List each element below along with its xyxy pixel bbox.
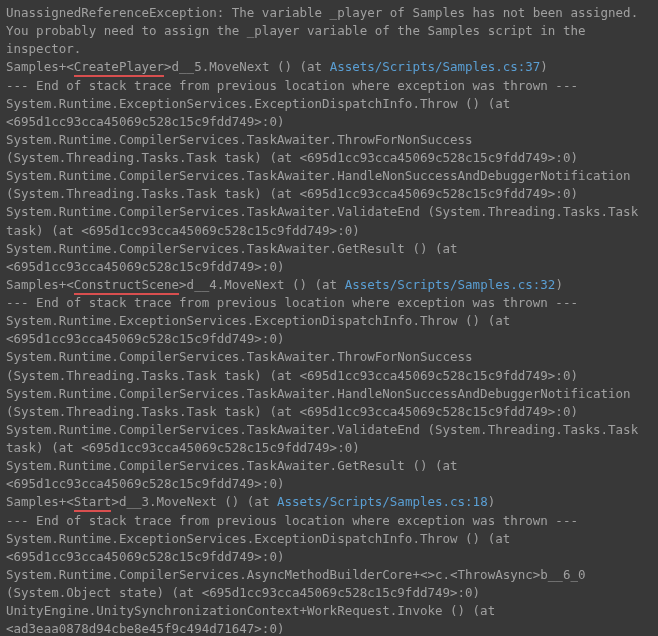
source-link-samples-37[interactable]: Assets/Scripts/Samples.cs:37 [330,59,541,74]
stack-frame: System.Runtime.ExceptionServices.Excepti… [6,312,652,348]
exception-message-line2: You probably need to assign the _player … [6,22,652,58]
frame-mid: >d__3.MoveNext () (at [111,494,277,509]
method-name-createplayer: CreatePlayer [74,59,164,77]
stack-frame: System.Runtime.CompilerServices.TaskAwai… [6,240,652,276]
stack-frame: System.Runtime.CompilerServices.TaskAwai… [6,348,652,384]
stack-frame: System.Runtime.ExceptionServices.Excepti… [6,530,652,566]
stack-frame: UnityEngine.UnitySynchronizationContext+… [6,602,652,636]
frame-prefix: Samples+< [6,277,74,292]
frame-suffix: ) [540,59,548,74]
stack-frame: System.Runtime.CompilerServices.TaskAwai… [6,131,652,167]
frame-prefix: Samples+< [6,494,74,509]
source-link-samples-32[interactable]: Assets/Scripts/Samples.cs:32 [345,277,556,292]
frame-mid: >d__4.MoveNext () (at [179,277,345,292]
method-name-constructscene: ConstructScene [74,277,179,295]
stack-frame: System.Runtime.CompilerServices.TaskAwai… [6,385,652,421]
stack-frame: System.Runtime.CompilerServices.TaskAwai… [6,457,652,493]
frame-mid: >d__5.MoveNext () (at [164,59,330,74]
stack-trace-separator: --- End of stack trace from previous loc… [6,512,652,530]
method-name-start: Start [74,494,112,512]
frame-suffix: ) [488,494,496,509]
stack-frame: System.Runtime.CompilerServices.TaskAwai… [6,167,652,203]
source-link-samples-18[interactable]: Assets/Scripts/Samples.cs:18 [277,494,488,509]
stack-trace-separator: --- End of stack trace from previous loc… [6,77,652,95]
stack-frame: System.Runtime.CompilerServices.AsyncMet… [6,566,652,602]
stack-trace-container: UnassignedReferenceException: The variab… [6,4,652,636]
stack-frame: System.Runtime.CompilerServices.TaskAwai… [6,421,652,457]
frame-suffix: ) [555,277,563,292]
stack-trace-separator: --- End of stack trace from previous loc… [6,294,652,312]
stack-frame-constructscene: Samples+<ConstructScene>d__4.MoveNext ()… [6,276,652,294]
stack-frame-start: Samples+<Start>d__3.MoveNext () (at Asse… [6,493,652,511]
stack-frame-createplayer: Samples+<CreatePlayer>d__5.MoveNext () (… [6,58,652,76]
stack-frame: System.Runtime.CompilerServices.TaskAwai… [6,203,652,239]
exception-message-line1: UnassignedReferenceException: The variab… [6,4,652,22]
frame-prefix: Samples+< [6,59,74,74]
stack-frame: System.Runtime.ExceptionServices.Excepti… [6,95,652,131]
